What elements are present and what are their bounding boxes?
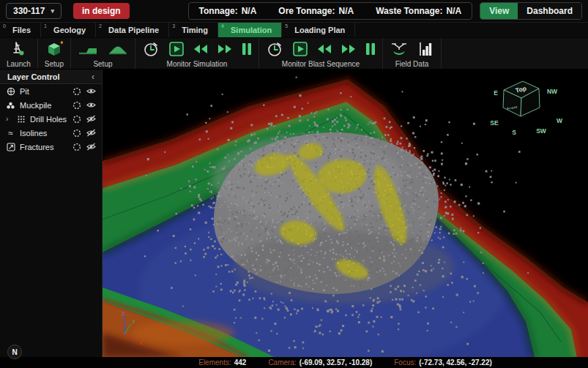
tab-simulation[interactable]: 4 Simulation <box>218 23 282 37</box>
blast-timer-icon[interactable] <box>266 40 283 58</box>
app-window: 330-117 ▾ in design Tonnage: N/A Ore Ton… <box>0 0 588 368</box>
focus-label: Focus: <box>394 358 416 367</box>
visibility-on-icon[interactable] <box>86 101 96 109</box>
layer-row-muckpile[interactable]: Muckpile <box>0 98 102 112</box>
tab-data-pipeline[interactable]: 2 Data Pipeline <box>96 23 169 37</box>
setup-cube-icon[interactable]: ✦ <box>45 40 63 58</box>
bench-surface-icon[interactable] <box>78 42 98 56</box>
ore-tonnage: Ore Tonnage: N/A <box>278 6 354 16</box>
launch-drill-rig-icon[interactable] <box>10 40 27 58</box>
toolbar-group-monitor-blast: Monitor Blast Sequence <box>259 38 383 69</box>
tab-number: 2 <box>99 23 102 29</box>
layer-row-pit[interactable]: Pit <box>0 84 102 98</box>
nav-dir-s[interactable]: S <box>512 129 516 136</box>
tab-number: 0 <box>3 23 6 29</box>
blast-selector-value: 330-117 <box>13 6 45 16</box>
ore-tonnage-value: N/A <box>338 6 354 16</box>
tab-timing[interactable]: 3 Timing <box>169 23 218 37</box>
focus-value: (-72.73, 42.56, -27.22) <box>419 358 492 367</box>
layer-row-fractures[interactable]: Fractures <box>0 140 102 154</box>
expand-chevron-icon[interactable]: › <box>6 115 12 123</box>
bar-chart-icon[interactable] <box>418 41 434 57</box>
pit-icon <box>6 87 15 96</box>
toolbar-group-setup-terrain: Setup <box>71 38 135 69</box>
status-bar: Elements: 442 Camera: (-69.09, 32.57, -1… <box>0 357 588 368</box>
visibility-off-icon[interactable] <box>86 129 96 137</box>
sim-pause-icon[interactable] <box>242 42 252 56</box>
visibility-off-icon[interactable] <box>86 143 96 151</box>
blast-play-icon[interactable] <box>293 42 308 56</box>
layer-label: Muckpile <box>20 101 51 110</box>
compass-label: N <box>12 348 17 356</box>
focus-position: Focus: (-72.73, 42.56, -27.22) <box>394 358 492 367</box>
svg-text:✦: ✦ <box>59 40 63 46</box>
status-badge: in design <box>73 3 130 19</box>
muckpile-icon <box>6 101 15 110</box>
tab-label: Data Pipeline <box>108 26 159 34</box>
camera-position: Camera: (-69.09, 32.57, -10.28) <box>268 358 372 367</box>
fractures-icon <box>6 143 15 151</box>
sim-play-icon[interactable] <box>169 42 184 56</box>
sim-timer-icon[interactable] <box>142 40 160 58</box>
nav-dir-w[interactable]: W <box>557 117 563 124</box>
blast-selector[interactable]: 330-117 ▾ <box>6 3 62 19</box>
panel-collapse-icon[interactable]: ‹ <box>92 72 94 82</box>
elements-label: Elements: <box>198 358 231 367</box>
toolbar-group-label: Monitor Simulation <box>167 60 228 68</box>
axis-z-label: Z <box>122 311 125 316</box>
blast-pause-icon[interactable] <box>365 42 376 56</box>
toolbar-group-launch: Launch <box>0 38 38 69</box>
north-compass-button[interactable]: N <box>7 345 22 359</box>
tonnage-total: Tonnage: N/A <box>199 6 257 16</box>
axis-x-label: x <box>140 340 143 345</box>
dashboard-button[interactable]: Dashboard <box>518 3 581 19</box>
tonnage-summary: Tonnage: N/A Ore Tonnage: N/A Waste Tonn… <box>188 2 473 20</box>
focus-layer-icon[interactable] <box>72 101 81 110</box>
tab-label: Timing <box>182 26 208 34</box>
nav-cube[interactable]: Top Front E NW SE W S SW <box>485 75 573 141</box>
nav-dir-e[interactable]: E <box>494 89 498 97</box>
viewport-3d[interactable]: Z y x Top Front E NW SE W S SW <box>103 70 588 357</box>
tab-label: Simulation <box>231 26 272 34</box>
nav-dir-se[interactable]: SE <box>490 119 499 127</box>
layer-row-drill-holes[interactable]: › Drill Holes <box>0 112 102 126</box>
top-bar: 330-117 ▾ in design Tonnage: N/A Ore Ton… <box>0 0 588 22</box>
blast-fast-forward-icon[interactable] <box>341 44 356 54</box>
toolbar-group-setup-sim: ✦ Setup <box>38 38 71 69</box>
tab-files[interactable]: 0 Files <box>0 23 41 37</box>
sim-fast-forward-icon[interactable] <box>217 44 232 54</box>
axis-y-label: y <box>133 318 135 324</box>
nav-dir-sw[interactable]: SW <box>536 127 547 135</box>
toolbar-group-label: Launch <box>7 60 31 68</box>
visibility-on-icon[interactable] <box>86 87 96 95</box>
waste-tonnage: Waste Tonnage: N/A <box>376 6 461 16</box>
focus-layer-icon[interactable] <box>72 143 81 151</box>
tab-number: 5 <box>285 23 288 29</box>
tab-loading-plan[interactable]: 5 Loading Plan <box>282 23 355 37</box>
muckpile-shape-icon[interactable] <box>108 42 128 56</box>
drill-holes-icon <box>16 115 26 124</box>
layer-label: Pit <box>20 87 29 96</box>
camera-value: (-69.09, 32.57, -10.28) <box>299 358 373 367</box>
chevron-down-icon: ▾ <box>51 7 54 15</box>
elements-count: Elements: 442 <box>198 358 246 367</box>
focus-layer-icon[interactable] <box>72 87 81 96</box>
layer-label: Fractures <box>20 143 53 151</box>
sim-rewind-icon[interactable] <box>193 44 208 54</box>
drone-icon[interactable] <box>390 41 409 57</box>
layer-panel-title: Layer Control <box>7 72 60 81</box>
blast-rewind-icon[interactable] <box>317 44 332 54</box>
view-mode-toggle: View Dashboard <box>480 2 582 20</box>
main-area: Layer Control ‹ Pit Muckpile <box>0 70 588 357</box>
tab-geology[interactable]: 1 Geology <box>41 23 96 37</box>
layer-row-isolines[interactable]: ≈ Isolines <box>0 126 102 140</box>
nav-dir-nw[interactable]: NW <box>547 88 558 95</box>
tab-bar: 0 Files 1 Geology 2 Data Pipeline 3 Timi… <box>0 22 588 38</box>
visibility-off-icon[interactable] <box>86 115 96 123</box>
top-bar-right: Tonnage: N/A Ore Tonnage: N/A Waste Tonn… <box>188 2 582 20</box>
view-button[interactable]: View <box>480 3 518 19</box>
focus-layer-icon[interactable] <box>72 129 81 138</box>
toolbar-group-label: Monitor Blast Sequence <box>282 60 360 68</box>
focus-layer-icon[interactable] <box>72 115 81 124</box>
tab-number: 1 <box>44 23 47 29</box>
